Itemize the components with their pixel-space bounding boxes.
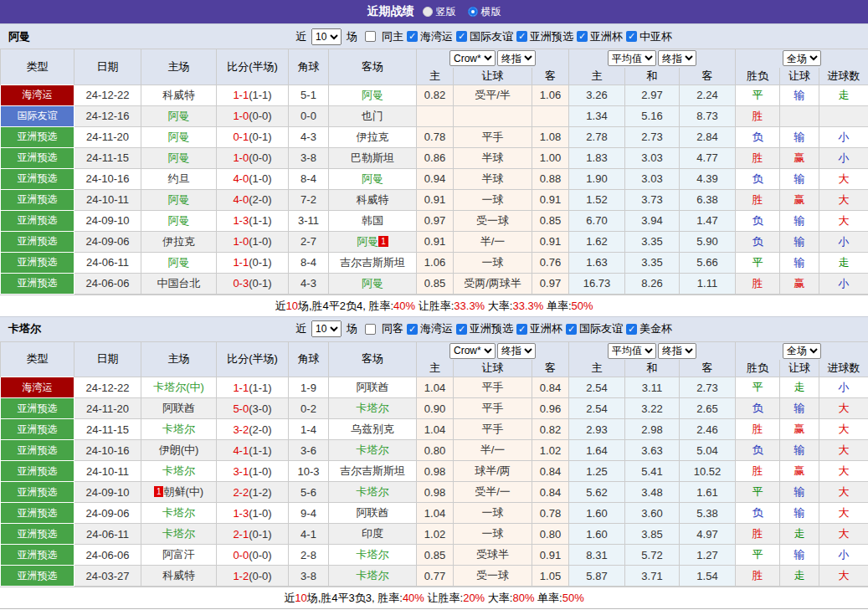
match-type-badge: 亚洲预选 [1,461,74,482]
radio-selected-icon[interactable] [468,7,478,17]
league-checkbox[interactable]: ✓ [566,324,577,335]
away-team[interactable]: 科威特 [357,193,389,206]
home-team[interactable]: 阿曼 [168,110,190,122]
avg-home: 2.54 [569,398,625,419]
away-team[interactable]: 吉尔吉斯斯坦 [340,464,405,477]
league-label: 亚洲杯 [530,321,562,336]
odds-away: 0.80 [532,524,569,545]
home-team[interactable]: 卡塔尔 [162,464,195,477]
home-team[interactable]: 阿曼 [168,131,190,143]
avg-away: 2.84 [680,126,736,147]
league-checkbox[interactable]: ✓ [516,31,527,42]
filter-controls: 近10场同客✓海湾运✓亚洲预选✓亚洲杯✓国际友谊✓美金杯 [295,320,673,337]
result-outcome: 平 [736,377,780,398]
result-outcome: 胜 [736,524,780,545]
result-outcome: 负 [736,168,780,189]
match-row: 亚洲预选24-11-20阿联酋5-0(3-0)0-2卡塔尔0.90平手0.962… [1,398,868,419]
scope-select[interactable]: 全场 [783,343,821,359]
radio-unselected-icon[interactable] [423,7,433,17]
average-select[interactable]: 平均值 [608,343,656,359]
home-team[interactable]: 科威特 [162,89,195,101]
home-team[interactable]: 阿曼 [168,256,190,269]
home-team[interactable]: 阿曼 [168,214,190,227]
away-team[interactable]: 阿曼 [362,172,383,185]
away-team[interactable]: 阿曼 [362,277,383,290]
away-team-wrap: 阿曼 [362,89,383,101]
away-team[interactable]: 也门 [362,110,383,122]
average-stage-select[interactable]: 终指 [658,50,696,66]
league-checkbox[interactable]: ✓ [577,31,588,42]
home-team[interactable]: 伊拉克 [162,235,195,248]
odds-stage-select[interactable]: 终指 [497,343,536,359]
away-team[interactable]: 卡塔尔 [357,548,389,561]
away-team[interactable]: 卡塔尔 [357,485,389,498]
match-date: 24-06-11 [74,252,141,273]
summary-segment: 近 [284,592,295,604]
home-team[interactable]: 卡塔尔(中) [153,381,204,393]
match-row: 亚洲预选24-06-06阿富汗0-0(0-0)2-8卡塔尔0.85受球半0.91… [1,545,868,566]
away-team[interactable]: 阿曼 [362,89,383,101]
home-team[interactable]: 中国台北 [157,277,201,290]
league-checkbox[interactable]: ✓ [456,324,467,335]
home-team[interactable]: 约旦 [168,172,190,185]
match-type-badge: 亚洲预选 [1,398,74,419]
away-team-wrap: 也门 [362,110,383,122]
home-team[interactable]: 阿富汗 [162,548,195,561]
away-cell: 阿联酋 [329,377,417,398]
home-team[interactable]: 卡塔尔 [162,423,195,435]
away-team[interactable]: 阿联酋 [357,506,389,519]
average-stage-select[interactable]: 终指 [658,343,696,359]
away-cell: 乌兹别克 [329,419,417,440]
league-label: 国际友谊 [579,321,623,336]
home-team[interactable]: 阿曼 [168,151,190,164]
same-venue-checkbox[interactable] [365,31,376,42]
avg-away: 2.73 [680,377,736,398]
match-row: 亚洲预选24-09-06伊拉克1-0(1-0)2-7阿曼10.91半/一0.91… [1,231,868,252]
match-count-select[interactable]: 10 [311,28,342,45]
red-card-badge: 1 [154,486,164,497]
away-team[interactable]: 巴勒斯坦 [351,151,394,164]
home-cell: 科威特 [141,85,217,105]
radio-option-vertical[interactable]: 竖版 [423,5,456,19]
halftime-score: (0-1) [249,256,271,269]
home-team[interactable]: 阿联酋 [162,402,195,414]
home-cell: 伊拉克 [141,231,217,252]
away-team[interactable]: 乌兹别克 [351,423,394,435]
home-team[interactable]: 朝鲜(中) [163,485,203,498]
avg-home: 6.70 [569,210,625,231]
fulltime-score: 4-0 [233,193,249,206]
away-team[interactable]: 韩国 [362,214,383,227]
away-team[interactable]: 阿曼 [357,235,378,248]
away-team[interactable]: 伊拉克 [357,131,389,143]
league-checkbox[interactable]: ✓ [516,324,527,335]
away-team[interactable]: 卡塔尔 [357,443,389,456]
sub-column-header: 进球数 [819,360,868,377]
summary-segment: 10 [295,592,306,604]
away-team[interactable]: 吉尔吉斯斯坦 [340,256,405,269]
odds-company-select[interactable]: Crow* [449,50,496,66]
away-team[interactable]: 印度 [362,527,383,540]
league-checkbox[interactable]: ✓ [626,324,637,335]
match-row: 亚洲预选24-09-06卡塔尔1-3(1-0)9-4阿联酋1.04一球0.781… [1,503,868,524]
same-venue-checkbox[interactable] [365,324,376,335]
match-count-select[interactable]: 10 [311,320,342,337]
home-team[interactable]: 卡塔尔 [162,506,195,519]
away-team[interactable]: 阿联酋 [357,381,389,393]
away-team[interactable]: 卡塔尔 [357,402,389,414]
home-team[interactable]: 科威特 [162,569,195,582]
away-team[interactable]: 卡塔尔 [357,569,389,582]
league-checkbox[interactable]: ✓ [407,31,418,42]
odds-company-select[interactable]: Crow* [449,343,496,359]
home-team[interactable]: 伊朗(中) [159,443,199,456]
radio-option-horizontal[interactable]: 横版 [468,5,501,19]
average-select[interactable]: 平均值 [608,50,656,66]
league-checkbox[interactable]: ✓ [626,31,637,42]
match-type-badge: 亚洲预选 [1,126,74,147]
home-team[interactable]: 卡塔尔 [162,527,195,540]
league-checkbox[interactable]: ✓ [456,31,467,42]
home-team[interactable]: 阿曼 [168,193,190,206]
odds-stage-select[interactable]: 终指 [497,50,536,66]
scope-select[interactable]: 全场 [783,50,821,66]
league-checkbox[interactable]: ✓ [407,324,418,335]
fulltime-score: 1-3 [233,507,249,520]
